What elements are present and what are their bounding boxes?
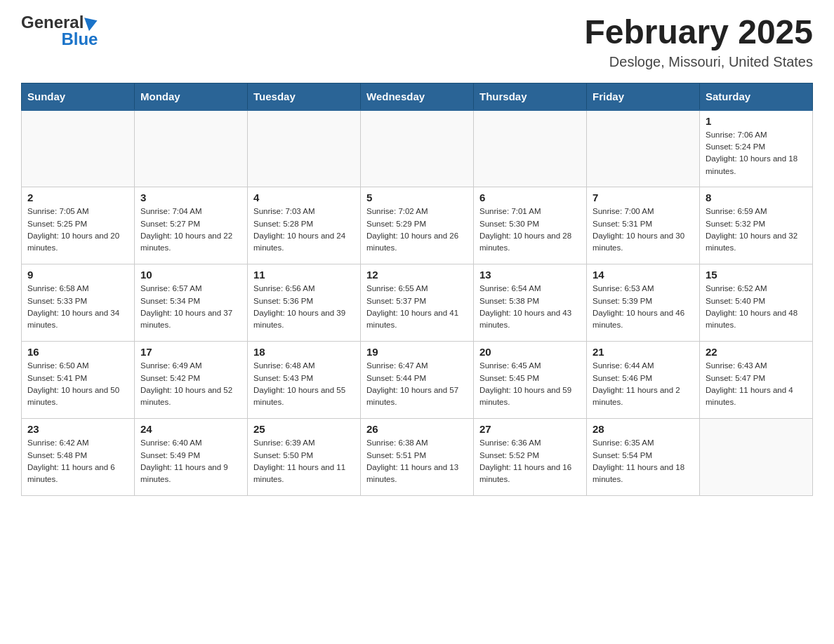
day-info: Sunrise: 7:00 AM Sunset: 5:31 PM Dayligh… [593, 206, 694, 254]
calendar-day-cell: 12Sunrise: 6:55 AM Sunset: 5:37 PM Dayli… [361, 264, 474, 342]
day-info: Sunrise: 7:02 AM Sunset: 5:29 PM Dayligh… [366, 206, 468, 254]
calendar-week-row: 23Sunrise: 6:42 AM Sunset: 5:48 PM Dayli… [22, 419, 813, 496]
calendar-day-cell: 13Sunrise: 6:54 AM Sunset: 5:38 PM Dayli… [474, 264, 587, 342]
day-number: 18 [253, 346, 355, 358]
day-info: Sunrise: 6:52 AM Sunset: 5:40 PM Dayligh… [706, 283, 807, 331]
calendar-day-cell: 9Sunrise: 6:58 AM Sunset: 5:33 PM Daylig… [22, 264, 135, 342]
day-number: 25 [253, 423, 355, 435]
calendar-week-row: 9Sunrise: 6:58 AM Sunset: 5:33 PM Daylig… [22, 264, 813, 342]
calendar-day-cell: 15Sunrise: 6:52 AM Sunset: 5:40 PM Dayli… [700, 264, 813, 342]
day-info: Sunrise: 6:55 AM Sunset: 5:37 PM Dayligh… [366, 283, 468, 331]
day-number: 26 [366, 423, 468, 435]
day-number: 20 [479, 346, 581, 358]
calendar-day-cell: 20Sunrise: 6:45 AM Sunset: 5:45 PM Dayli… [474, 342, 587, 419]
calendar-day-cell: 8Sunrise: 6:59 AM Sunset: 5:32 PM Daylig… [700, 187, 813, 264]
day-info: Sunrise: 7:06 AM Sunset: 5:24 PM Dayligh… [706, 129, 807, 177]
day-info: Sunrise: 6:49 AM Sunset: 5:42 PM Dayligh… [140, 360, 241, 408]
day-info: Sunrise: 7:01 AM Sunset: 5:30 PM Dayligh… [479, 206, 581, 254]
calendar-day-cell: 11Sunrise: 6:56 AM Sunset: 5:36 PM Dayli… [248, 264, 361, 342]
calendar-day-cell [700, 419, 813, 496]
calendar-day-cell [248, 110, 361, 187]
day-number: 17 [140, 346, 241, 358]
day-info: Sunrise: 6:35 AM Sunset: 5:54 PM Dayligh… [593, 437, 694, 485]
day-number: 5 [366, 192, 468, 203]
calendar-day-cell [587, 110, 700, 187]
day-number: 4 [253, 192, 355, 203]
day-number: 24 [140, 423, 241, 435]
day-number: 27 [479, 423, 581, 435]
day-of-week-header: Thursday [474, 83, 587, 110]
calendar-week-row: 16Sunrise: 6:50 AM Sunset: 5:41 PM Dayli… [22, 342, 813, 419]
calendar-week-row: 1Sunrise: 7:06 AM Sunset: 5:24 PM Daylig… [22, 110, 813, 187]
calendar-day-cell: 14Sunrise: 6:53 AM Sunset: 5:39 PM Dayli… [587, 264, 700, 342]
day-info: Sunrise: 6:39 AM Sunset: 5:50 PM Dayligh… [253, 437, 355, 485]
day-number: 12 [366, 269, 468, 281]
day-info: Sunrise: 6:54 AM Sunset: 5:38 PM Dayligh… [479, 283, 581, 331]
logo-general-text: General [21, 14, 84, 31]
day-info: Sunrise: 6:38 AM Sunset: 5:51 PM Dayligh… [366, 437, 468, 485]
day-of-week-header: Sunday [22, 83, 135, 110]
day-info: Sunrise: 6:50 AM Sunset: 5:41 PM Dayligh… [27, 360, 128, 408]
day-number: 22 [706, 346, 807, 358]
calendar-day-cell: 2Sunrise: 7:05 AM Sunset: 5:25 PM Daylig… [22, 187, 135, 264]
calendar-day-cell: 25Sunrise: 6:39 AM Sunset: 5:50 PM Dayli… [248, 419, 361, 496]
day-info: Sunrise: 6:57 AM Sunset: 5:34 PM Dayligh… [140, 283, 241, 331]
calendar-day-cell [361, 110, 474, 187]
day-number: 14 [593, 269, 694, 281]
day-info: Sunrise: 6:58 AM Sunset: 5:33 PM Dayligh… [27, 283, 128, 331]
day-number: 7 [593, 192, 694, 203]
day-info: Sunrise: 7:05 AM Sunset: 5:25 PM Dayligh… [27, 206, 128, 254]
day-number: 15 [706, 269, 807, 281]
calendar-day-cell: 28Sunrise: 6:35 AM Sunset: 5:54 PM Dayli… [587, 419, 700, 496]
day-info: Sunrise: 7:04 AM Sunset: 5:27 PM Dayligh… [140, 206, 241, 254]
calendar-day-cell: 3Sunrise: 7:04 AM Sunset: 5:27 PM Daylig… [135, 187, 248, 264]
day-info: Sunrise: 6:53 AM Sunset: 5:39 PM Dayligh… [593, 283, 694, 331]
day-of-week-header: Saturday [700, 83, 813, 110]
title-block: February 2025 Desloge, Missouri, United … [584, 14, 813, 70]
day-info: Sunrise: 6:44 AM Sunset: 5:46 PM Dayligh… [593, 360, 694, 408]
day-number: 10 [140, 269, 241, 281]
day-info: Sunrise: 7:03 AM Sunset: 5:28 PM Dayligh… [253, 206, 355, 254]
calendar-day-cell: 1Sunrise: 7:06 AM Sunset: 5:24 PM Daylig… [700, 110, 813, 187]
calendar-day-cell [474, 110, 587, 187]
day-info: Sunrise: 6:48 AM Sunset: 5:43 PM Dayligh… [253, 360, 355, 408]
page-subtitle: Desloge, Missouri, United States [584, 54, 813, 70]
day-number: 8 [706, 192, 807, 203]
logo-blue-text: Blue [61, 31, 98, 48]
calendar-day-cell: 26Sunrise: 6:38 AM Sunset: 5:51 PM Dayli… [361, 419, 474, 496]
calendar-day-cell: 22Sunrise: 6:43 AM Sunset: 5:47 PM Dayli… [700, 342, 813, 419]
day-info: Sunrise: 6:45 AM Sunset: 5:45 PM Dayligh… [479, 360, 581, 408]
calendar-week-row: 2Sunrise: 7:05 AM Sunset: 5:25 PM Daylig… [22, 187, 813, 264]
calendar-day-cell: 6Sunrise: 7:01 AM Sunset: 5:30 PM Daylig… [474, 187, 587, 264]
day-info: Sunrise: 6:40 AM Sunset: 5:49 PM Dayligh… [140, 437, 241, 485]
day-info: Sunrise: 6:56 AM Sunset: 5:36 PM Dayligh… [253, 283, 355, 331]
calendar-day-cell: 5Sunrise: 7:02 AM Sunset: 5:29 PM Daylig… [361, 187, 474, 264]
day-info: Sunrise: 6:36 AM Sunset: 5:52 PM Dayligh… [479, 437, 581, 485]
day-of-week-header: Wednesday [361, 83, 474, 110]
day-number: 16 [27, 346, 128, 358]
day-number: 1 [706, 115, 807, 127]
calendar-day-cell: 21Sunrise: 6:44 AM Sunset: 5:46 PM Dayli… [587, 342, 700, 419]
calendar-day-cell: 19Sunrise: 6:47 AM Sunset: 5:44 PM Dayli… [361, 342, 474, 419]
day-of-week-header: Tuesday [248, 83, 361, 110]
calendar-day-cell: 23Sunrise: 6:42 AM Sunset: 5:48 PM Dayli… [22, 419, 135, 496]
day-of-week-header: Friday [587, 83, 700, 110]
calendar-header: SundayMondayTuesdayWednesdayThursdayFrid… [22, 83, 813, 110]
calendar-day-cell: 16Sunrise: 6:50 AM Sunset: 5:41 PM Dayli… [22, 342, 135, 419]
calendar-day-cell: 4Sunrise: 7:03 AM Sunset: 5:28 PM Daylig… [248, 187, 361, 264]
day-number: 3 [140, 192, 241, 203]
calendar-day-cell: 18Sunrise: 6:48 AM Sunset: 5:43 PM Dayli… [248, 342, 361, 419]
logo-arrow-icon [84, 14, 100, 31]
calendar-day-cell: 7Sunrise: 7:00 AM Sunset: 5:31 PM Daylig… [587, 187, 700, 264]
day-number: 19 [366, 346, 468, 358]
day-number: 11 [253, 269, 355, 281]
day-info: Sunrise: 6:47 AM Sunset: 5:44 PM Dayligh… [366, 360, 468, 408]
day-number: 21 [593, 346, 694, 358]
day-info: Sunrise: 6:43 AM Sunset: 5:47 PM Dayligh… [706, 360, 807, 408]
day-number: 13 [479, 269, 581, 281]
calendar-day-cell [135, 110, 248, 187]
day-info: Sunrise: 6:59 AM Sunset: 5:32 PM Dayligh… [706, 206, 807, 254]
calendar-day-cell: 24Sunrise: 6:40 AM Sunset: 5:49 PM Dayli… [135, 419, 248, 496]
page-header: General Blue February 2025 Desloge, Miss… [21, 14, 813, 70]
logo: General Blue [21, 14, 98, 48]
